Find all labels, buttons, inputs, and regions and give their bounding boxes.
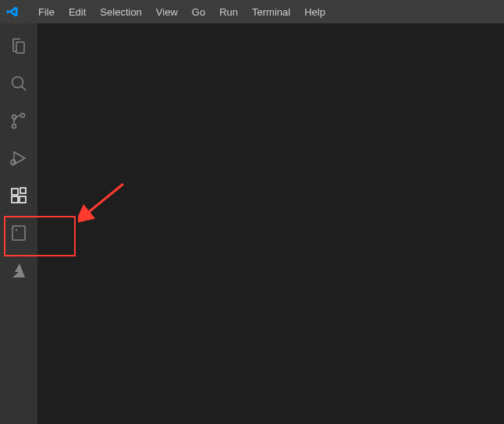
- menu-run[interactable]: Run: [212, 0, 245, 23]
- svg-line-1: [22, 86, 26, 90]
- activity-run-debug[interactable]: [0, 140, 37, 178]
- activity-azure[interactable]: [0, 253, 37, 290]
- svg-point-14: [16, 228, 17, 230]
- svg-rect-10: [12, 196, 18, 203]
- svg-rect-13: [12, 226, 25, 240]
- vscode-logo-icon: [6, 5, 19, 18]
- svg-rect-9: [12, 189, 18, 195]
- svg-point-2: [21, 113, 25, 117]
- menu-bar: File Edit Selection View Go Run Terminal…: [31, 0, 332, 23]
- explorer-icon: [9, 37, 28, 58]
- svg-rect-11: [20, 196, 26, 203]
- menu-help[interactable]: Help: [297, 0, 332, 23]
- extensions-icon: [9, 186, 28, 207]
- svg-rect-12: [20, 188, 26, 193]
- source-control-icon: [9, 111, 28, 132]
- menu-file[interactable]: File: [31, 0, 62, 23]
- editor-area: [37, 23, 504, 424]
- azure-icon: [9, 261, 28, 282]
- run-debug-icon: [9, 149, 28, 170]
- search-icon: [9, 74, 28, 95]
- workbench: [0, 23, 504, 424]
- menu-view[interactable]: View: [149, 0, 185, 23]
- menu-terminal[interactable]: Terminal: [245, 0, 297, 23]
- activity-bar: [0, 23, 37, 424]
- activity-extensions[interactable]: [0, 178, 37, 215]
- svg-point-4: [12, 124, 16, 128]
- activity-source-control[interactable]: [0, 103, 37, 140]
- remote-explorer-icon: [9, 224, 28, 245]
- svg-point-0: [12, 76, 23, 87]
- activity-remote-explorer[interactable]: [0, 215, 37, 253]
- activity-explorer[interactable]: [0, 28, 37, 65]
- menu-edit[interactable]: Edit: [62, 0, 93, 23]
- activity-search[interactable]: [0, 65, 37, 103]
- menu-go[interactable]: Go: [185, 0, 212, 23]
- svg-point-5: [11, 160, 16, 164]
- menu-selection[interactable]: Selection: [93, 0, 148, 23]
- svg-line-8: [11, 164, 12, 164]
- titlebar: File Edit Selection View Go Run Terminal…: [0, 0, 504, 23]
